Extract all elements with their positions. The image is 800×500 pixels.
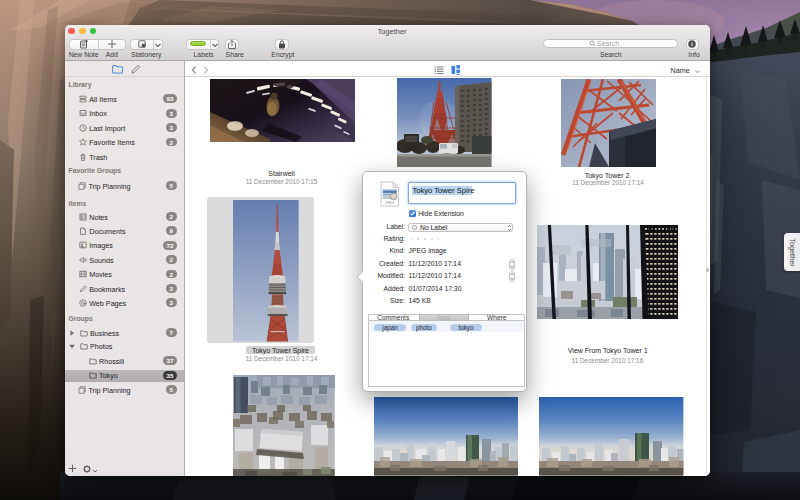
svg-text:JPEG: JPEG — [386, 201, 395, 205]
